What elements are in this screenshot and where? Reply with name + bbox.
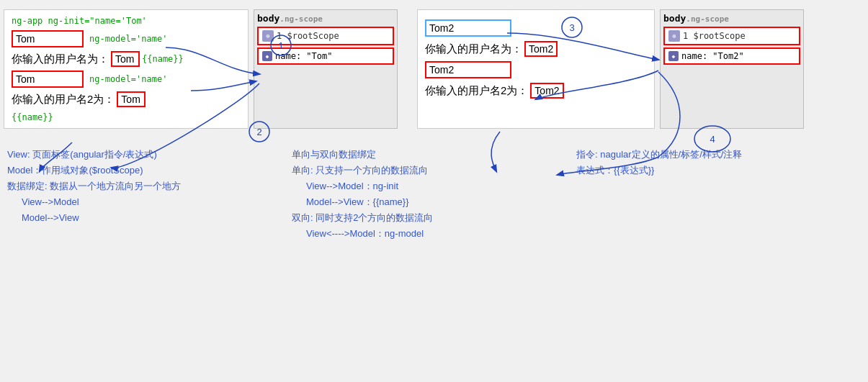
right-user-line2: 你输入的用户名2为： Tom2	[425, 83, 647, 99]
bottom-col2: 单向与双向数据绑定 单向: 只支持一个方向的数据流向 View-->Model：…	[292, 147, 576, 242]
bottom-col1-line4: View-->Model	[7, 194, 292, 210]
user-expr1: {{name}}	[142, 54, 184, 64]
right-input1-row	[425, 19, 647, 37]
user-line1: 你输入的用户名为： Tom {{name}}	[12, 51, 241, 67]
input1-ng-label: ng-model='name'	[89, 34, 167, 44]
right-user-label2: 你输入的用户名2为：	[425, 84, 528, 98]
left-name-icon: ◆	[262, 51, 272, 61]
bottom-col2-line6: View<---->Model：ng-model	[292, 226, 576, 242]
left-panel: ng-app ng-init="name='Tom' ng-model='nam…	[4, 9, 249, 129]
right-name-item: ◆ name: "Tom2"	[663, 47, 800, 65]
right-user-line1: 你输入的用户名为： Tom2	[425, 41, 647, 57]
input1[interactable]	[12, 30, 84, 47]
right-root-scope-item: ⊕ 1 $rootScope	[663, 27, 800, 45]
left-scope-ng-label: .ng-scope	[279, 14, 323, 24]
right-name-icon: ◆	[668, 51, 679, 61]
user-label1: 你输入的用户名为：	[12, 53, 109, 66]
bottom-col1-line5: Model-->View	[7, 210, 292, 226]
left-root-scope-item: ⊕ 1 $rootScope	[257, 27, 394, 45]
bottom-col3-line1: 指令: nagular定义的属性/标签/样式/注释	[576, 147, 861, 163]
right-section: 你输入的用户名为： Tom2 你输入的用户名2为： Tom2 body.ng-s…	[413, 6, 805, 132]
left-code-header: ng-app ng-init="name='Tom'	[12, 16, 241, 26]
left-scope-body: body	[257, 13, 279, 24]
left-name-item: ◆ name: "Tom"	[257, 47, 394, 65]
right-scope-header: body.ng-scope	[663, 13, 800, 24]
bottom-col2-line4: Model-->View：{{name}}	[292, 194, 576, 210]
left-scope-header: body.ng-scope	[257, 13, 394, 24]
bottom-col1-line3: 数据绑定: 数据从一个地方流向另一个地方	[7, 178, 292, 194]
user-label2: 你输入的用户名2为：	[12, 93, 115, 106]
user-line2: 你输入的用户名2为： Tom	[12, 91, 241, 107]
user-value2: Tom	[117, 91, 146, 107]
main-container: ng-app ng-init="name='Tom' ng-model='nam…	[0, 0, 868, 251]
input2[interactable]	[12, 71, 84, 88]
bottom-expr: {{name}}	[12, 112, 53, 122]
left-name-label: name: "Tom"	[275, 51, 332, 61]
right-left-panel: 你输入的用户名为： Tom2 你输入的用户名2为： Tom2	[417, 9, 655, 129]
bottom-col2-line2: 单向: 只支持一个方向的数据流向	[292, 163, 576, 178]
user-value1: Tom	[111, 51, 140, 67]
top-section: ng-app ng-init="name='Tom' ng-model='nam…	[0, 0, 868, 138]
right-root-icon: ⊕	[668, 30, 680, 42]
right-scope-body: body	[663, 13, 686, 24]
right-input2-row	[425, 61, 647, 78]
input2-ng-label: ng-model='name'	[89, 74, 167, 84]
bottom-expr-row: {{name}}	[12, 112, 241, 122]
bottom-col3-line2: 表达式：{{表达式}}	[576, 163, 861, 178]
bottom-col1-line2: Model：作用域对象($rootScope)	[7, 163, 292, 178]
left-root-icon: ⊕	[262, 30, 274, 42]
bottom-col2-line1: 单向与双向数据绑定	[292, 147, 576, 163]
right-user-value1: Tom2	[524, 41, 558, 57]
right-user-value2: Tom2	[530, 83, 563, 99]
left-root-label: 1 $rootScope	[277, 31, 339, 41]
bottom-col1-line1: View: 页面标签(angular指令/表达式)	[7, 147, 292, 163]
input1-row: ng-model='name'	[12, 30, 241, 47]
left-section: ng-app ng-init="name='Tom' ng-model='nam…	[0, 6, 399, 132]
bottom-section: View: 页面标签(angular指令/表达式) Model：作用域对象($r…	[0, 138, 868, 251]
right-input1[interactable]	[425, 19, 511, 37]
input2-row: ng-model='name'	[12, 71, 241, 88]
right-root-label: 1 $rootScope	[683, 31, 746, 41]
right-scope-ng-label: .ng-scope	[686, 14, 729, 24]
right-input2[interactable]	[425, 61, 511, 78]
bottom-col1: View: 页面标签(angular指令/表达式) Model：作用域对象($r…	[7, 147, 292, 242]
left-scope-panel: body.ng-scope ⊕ 1 $rootScope ◆ name: "To…	[254, 9, 398, 129]
right-scope-panel: body.ng-scope ⊕ 1 $rootScope ◆ name: "To…	[660, 9, 804, 129]
spacer	[399, 6, 413, 132]
right-user-label1: 你输入的用户名为：	[425, 42, 522, 56]
bottom-col3: 指令: nagular定义的属性/标签/样式/注释 表达式：{{表达式}}	[576, 147, 861, 242]
bottom-col2-line3: View-->Model：ng-init	[292, 178, 576, 194]
bottom-col2-line5: 双向: 同时支持2个方向的数据流向	[292, 210, 576, 226]
right-name-label: name: "Tom2"	[681, 51, 744, 61]
